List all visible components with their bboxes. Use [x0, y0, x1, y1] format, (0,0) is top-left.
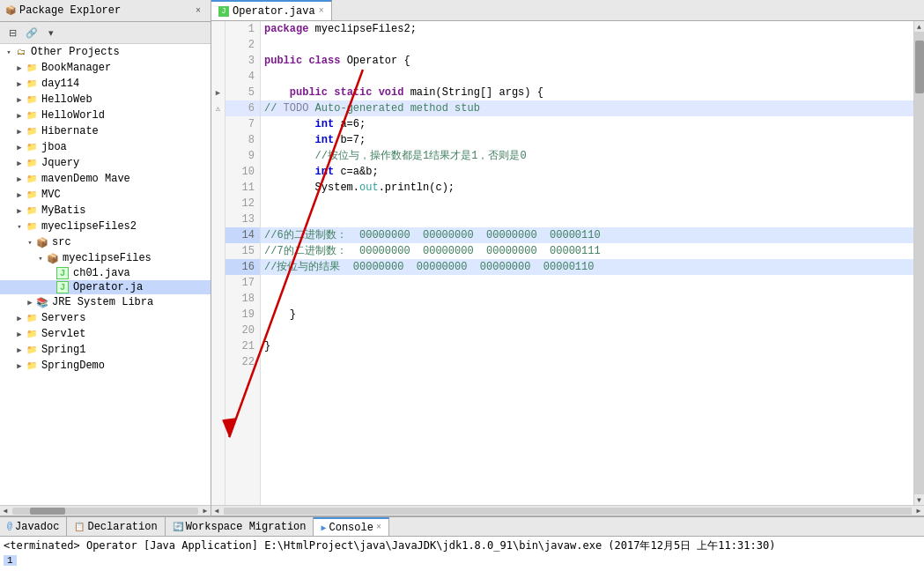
bottom-tab-bar: @ Javadoc 📋 Declaration 🔄 Workspace Migr…: [0, 517, 924, 537]
tab-declaration[interactable]: 📋 Declaration: [67, 517, 165, 536]
list-item[interactable]: ▶ 📁 Jquery: [0, 155, 211, 171]
scroll-down-button[interactable]: ▼: [914, 494, 924, 505]
expand-arrow[interactable]: ▶: [14, 159, 25, 168]
scroll-track[interactable]: [224, 508, 912, 515]
expand-arrow[interactable]: ▾: [4, 48, 14, 57]
code-horizontal-scrollbar[interactable]: ◀ ▶: [211, 505, 924, 516]
scroll-left-button[interactable]: ◀: [0, 506, 11, 516]
list-item[interactable]: ▶ 📁 Servlet: [0, 326, 211, 342]
scroll-right-button[interactable]: ▶: [913, 507, 924, 515]
project-label: MVC: [41, 189, 61, 201]
hibernate-node[interactable]: ▶ 📁 Hibernate: [0, 123, 211, 139]
expand-arrow[interactable]: ▾: [14, 222, 25, 232]
scroll-track[interactable]: [914, 32, 924, 494]
package-label: myeclipseFiles: [63, 252, 152, 264]
expand-arrow[interactable]: ▶: [14, 174, 25, 184]
list-item[interactable]: ▶ 📁 MVC: [0, 187, 211, 203]
tab-label: Workspace Migration: [186, 521, 307, 533]
list-item[interactable]: ▶ 📁 SpringDemo: [0, 358, 211, 374]
javadoc-icon: @: [7, 522, 12, 531]
expand-arrow[interactable]: ▶: [14, 314, 25, 323]
project-label: mavenDemo Mave: [41, 173, 130, 185]
annot-line: ▶: [211, 85, 225, 100]
project-icon: 📁: [25, 219, 39, 234]
annot-line: [211, 338, 225, 354]
list-item[interactable]: ▶ 📁 day114: [0, 76, 211, 92]
expand-arrow[interactable]: ▶: [14, 127, 25, 137]
link-editor-button[interactable]: 🔗: [23, 24, 41, 41]
list-item[interactable]: ▶ 📁 mavenDemo Mave: [0, 171, 211, 187]
code-line: [261, 323, 913, 338]
tab-console[interactable]: ▶ Console ×: [314, 517, 388, 536]
other-projects-node[interactable]: ▾ 🗂 Other Projects: [0, 44, 211, 60]
annot-line: [211, 164, 225, 180]
src-node[interactable]: ▾ 📦 src: [0, 234, 211, 250]
expand-arrow[interactable]: ▾: [25, 238, 35, 248]
expand-arrow[interactable]: ▶: [14, 95, 25, 105]
project-icon: 📁: [25, 140, 39, 154]
scroll-thumb[interactable]: [30, 508, 65, 515]
line-number: 3: [225, 53, 260, 69]
annot-line: [211, 291, 225, 307]
tab-label: Console: [329, 522, 373, 534]
tab-close-button[interactable]: ×: [376, 523, 381, 532]
code-line: [261, 291, 913, 307]
code-content[interactable]: package myeclipseFiles2; public class Op…: [261, 21, 913, 505]
scroll-right-button[interactable]: ▶: [200, 506, 211, 516]
expand-arrow[interactable]: ▶: [14, 361, 25, 371]
tree-horizontal-scrollbar[interactable]: ◀ ▶: [0, 505, 211, 516]
scroll-thumb[interactable]: [915, 41, 924, 93]
list-item[interactable]: ▶ 📁 HelloWorld: [0, 108, 211, 123]
project-icon: 📁: [25, 204, 39, 218]
collapse-all-button[interactable]: ⊟: [4, 24, 21, 41]
expand-arrow[interactable]: ▶: [14, 143, 25, 152]
expand-arrow[interactable]: ▶: [25, 298, 35, 308]
expand-arrow[interactable]: ▾: [35, 254, 46, 263]
list-item[interactable]: ▶ 📁 Servers: [0, 310, 211, 326]
expand-arrow[interactable]: ▶: [14, 190, 25, 200]
annot-line: [211, 211, 225, 227]
line-number: 22: [225, 354, 260, 370]
expand-arrow[interactable]: ▶: [14, 206, 25, 216]
myeclipsefiles2-node[interactable]: ▾ 📁 myeclipseFiles2: [0, 219, 211, 234]
line-number: 15: [225, 243, 260, 259]
code-line: public static void main(String[] args) {: [261, 85, 913, 100]
project-tree[interactable]: ▾ 🗂 Other Projects ▶ 📁 BookManager ▶ 📁 d…: [0, 44, 211, 505]
java-file-icon: J: [56, 281, 69, 293]
project-icon: 📁: [25, 124, 39, 138]
tab-close-button[interactable]: ×: [319, 6, 324, 16]
editor-vertical-scrollbar[interactable]: ▲ ▼: [913, 21, 924, 505]
console-content: <terminated> Operator [Java Application]…: [0, 537, 924, 586]
operator-java-node[interactable]: J Operator.ja: [0, 280, 211, 294]
tab-javadoc[interactable]: @ Javadoc: [0, 517, 67, 536]
explorer-toolbar: ⊟ 🔗 ▾: [0, 22, 211, 44]
editor-body: ▶ ⚠ 1 2 3: [211, 21, 924, 505]
tab-workspace-migration[interactable]: 🔄 Workspace Migration: [166, 517, 314, 536]
jre-node[interactable]: ▶ 📚 JRE System Libra: [0, 294, 211, 310]
scroll-up-button[interactable]: ▲: [914, 21, 924, 32]
annot-line: [211, 323, 225, 338]
expand-arrow[interactable]: ▶: [14, 345, 25, 355]
line-numbers: 1 2 3 4 5 6 7 8 9 10 11 12 13 14 15 16 1…: [225, 21, 261, 505]
code-line: [261, 37, 913, 53]
expand-arrow[interactable]: ▶: [14, 79, 25, 89]
java-file-label: Operator.ja: [73, 281, 143, 293]
list-item[interactable]: ▶ 📁 jboa: [0, 139, 211, 155]
list-item[interactable]: ▶ 📁 HelloWeb: [0, 92, 211, 108]
tab-operator-java[interactable]: J Operator.java ×: [211, 0, 332, 20]
list-item[interactable]: ▶ 📁 Spring1: [0, 342, 211, 358]
expand-arrow[interactable]: ▶: [14, 63, 25, 73]
list-item[interactable]: ▶ 📁 MyBatis: [0, 203, 211, 219]
list-item[interactable]: ▶ 📁 BookManager: [0, 60, 211, 76]
scroll-track[interactable]: [12, 508, 198, 515]
view-menu-button[interactable]: ▾: [42, 24, 60, 41]
scroll-left-button[interactable]: ◀: [211, 507, 222, 515]
package-node[interactable]: ▾ 📦 myeclipseFiles: [0, 250, 211, 266]
close-icon[interactable]: ×: [191, 4, 205, 18]
project-label: Servlet: [41, 328, 85, 340]
expand-arrow[interactable]: ▶: [14, 111, 25, 121]
panel-icon: 📦: [5, 5, 16, 16]
annot-line: [211, 243, 225, 259]
expand-arrow[interactable]: ▶: [14, 330, 25, 339]
ch01-java-node[interactable]: J ch01.java: [0, 266, 211, 280]
